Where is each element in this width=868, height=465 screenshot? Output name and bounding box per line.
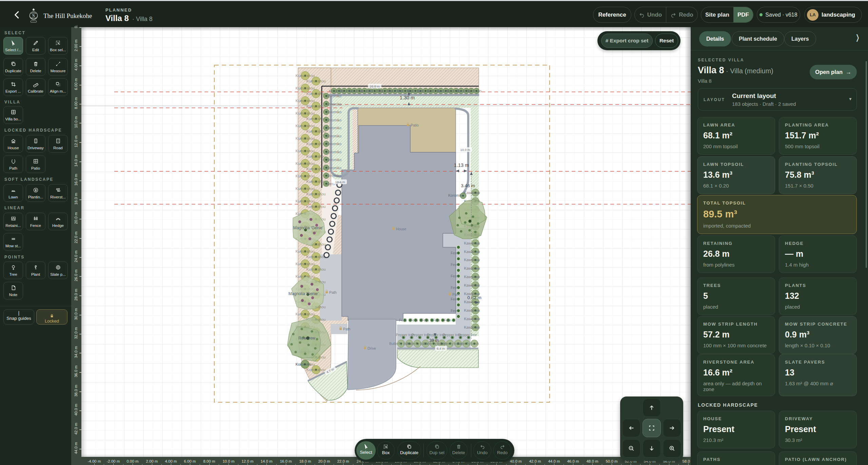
svg-text:Fern: Fern: [433, 318, 440, 322]
svg-text:Kawakaw: Kawakaw: [464, 300, 480, 304]
svg-text:Koromiko: Koromiko: [327, 126, 342, 130]
svg-text:Kawakaw: Kawakaw: [464, 258, 480, 262]
svg-text:Koromiko: Koromiko: [448, 193, 464, 197]
svg-text:10.0 m: 10.0 m: [460, 148, 470, 152]
svg-text:Koromiko: Koromiko: [327, 174, 342, 178]
svg-text:6.4 m: 6.4 m: [437, 347, 445, 350]
svg-text:Kumarahou: Kumarahou: [296, 199, 315, 203]
svg-text:Fern: Fern: [421, 318, 429, 322]
svg-text:Kawakaw: Kawakaw: [464, 266, 480, 270]
svg-text:Kumarahou: Kumarahou: [307, 154, 326, 158]
svg-text:Kumarahou: Kumarahou: [296, 124, 315, 128]
svg-text:Kumarahou: Kumarahou: [296, 249, 315, 253]
svg-text:Koromiko: Koromiko: [327, 150, 342, 154]
svg-text:Magnolia 'Genie': Magnolia 'Genie': [293, 226, 323, 230]
svg-text:Kumarahou: Kumarahou: [296, 312, 315, 316]
svg-text:Pepper tree: Pepper tree: [458, 333, 477, 337]
svg-text:Koromiko: Koromiko: [327, 134, 342, 138]
svg-text:Magnolia 'Genie': Magnolia 'Genie': [289, 291, 319, 296]
svg-text:Kumarahou: Kumarahou: [307, 368, 326, 372]
svg-text:Kumarahou: Kumarahou: [307, 167, 326, 171]
svg-text:Fern: Fern: [451, 251, 458, 255]
svg-text:Kumarahou: Kumarahou: [307, 129, 326, 133]
svg-text:Koromiko: Koromiko: [327, 158, 342, 162]
svg-text:Kumarahou: Kumarahou: [307, 79, 326, 83]
svg-text:Fern: Fern: [410, 318, 418, 322]
svg-text:Kumarahou: Kumarahou: [307, 255, 326, 259]
svg-text:Koromiko: Koromiko: [327, 110, 342, 114]
svg-text:Kumarahou: Kumarahou: [296, 161, 315, 166]
svg-text:3.46 m: 3.46 m: [461, 183, 475, 188]
svg-text:Kumarahou: Kumarahou: [307, 205, 326, 209]
svg-text:Kumarahou: Kumarahou: [307, 92, 326, 96]
svg-text:Kumarahou: Kumarahou: [307, 179, 326, 183]
svg-text:Kawakaw: Kawakaw: [464, 308, 480, 312]
svg-text:Koromiko: Koromiko: [467, 89, 482, 93]
svg-text:Kumarahou: Kumarahou: [307, 142, 326, 146]
svg-text:Koromiko: Koromiko: [327, 142, 342, 146]
svg-text:Kawakaw: Kawakaw: [464, 325, 480, 329]
svg-text:Kawakaw: Kawakaw: [464, 241, 480, 245]
svg-text:Kumarahou: Kumarahou: [296, 136, 315, 140]
svg-text:1.30 m: 1.30 m: [400, 95, 415, 100]
svg-text:0.82 m: 0.82 m: [467, 295, 481, 300]
svg-text:Fern: Fern: [451, 286, 458, 290]
svg-text:Fern: Fern: [444, 318, 451, 322]
svg-text:Fern: Fern: [451, 309, 458, 313]
svg-text:Kumarahou: Kumarahou: [307, 192, 326, 196]
svg-text:Kawakaw: Kawakaw: [464, 250, 480, 254]
svg-text:Kumarahou: Kumarahou: [296, 187, 315, 191]
svg-text:Path: Path: [343, 327, 351, 331]
svg-text:Kumarahou: Kumarahou: [307, 104, 326, 108]
svg-text:Drive: Drive: [368, 346, 376, 350]
svg-text:Path: Path: [329, 290, 337, 294]
svg-text:39 m: 39 m: [429, 338, 439, 343]
svg-text:26.8 m: 26.8 m: [370, 84, 379, 88]
svg-text:Fern: Fern: [451, 263, 458, 267]
svg-text:Kawakaw: Kawakaw: [464, 191, 480, 195]
svg-text:Kumarahou: Kumarahou: [307, 267, 326, 271]
svg-text:Fern: Fern: [451, 297, 458, 301]
svg-text:Kawakaw: Kawakaw: [464, 283, 480, 287]
svg-text:Kawakaw: Kawakaw: [464, 275, 480, 279]
svg-text:Kawakaw: Kawakaw: [464, 317, 480, 321]
svg-text:Kumarahou: Kumarahou: [296, 86, 315, 90]
svg-text:Koromiko: Koromiko: [327, 94, 342, 98]
svg-text:Kumarahou: Kumarahou: [296, 111, 315, 115]
svg-text:Fern: Fern: [451, 274, 458, 278]
svg-text:Kumarahou: Kumarahou: [307, 117, 326, 121]
svg-text:Koromiko: Koromiko: [327, 118, 342, 122]
svg-text:Fern: Fern: [399, 318, 407, 322]
svg-text:Kumarahou: Kumarahou: [296, 149, 315, 153]
svg-text:Kumarahou: Kumarahou: [296, 174, 315, 178]
svg-text:Patio: Patio: [411, 123, 419, 127]
svg-text:S: S: [32, 13, 35, 18]
svg-text:Kumarahou: Kumarahou: [296, 74, 315, 78]
svg-text:Koromiko: Koromiko: [327, 102, 342, 106]
svg-text:18.6 m: 18.6 m: [335, 180, 345, 184]
svg-text:House: House: [396, 227, 407, 231]
svg-text:Rewarew: Rewarew: [298, 336, 315, 341]
svg-text:1.13 m: 1.13 m: [454, 162, 469, 168]
svg-text:Kumarahou: Kumarahou: [296, 99, 315, 103]
svg-text:Path: Path: [452, 292, 460, 296]
svg-text:Kumarahou: Kumarahou: [296, 262, 315, 266]
svg-text:Koromiko: Koromiko: [327, 166, 342, 170]
svg-text:Butterfly bush: Butterfly bush: [457, 342, 479, 346]
svg-text:Koromiko: Koromiko: [296, 362, 311, 366]
